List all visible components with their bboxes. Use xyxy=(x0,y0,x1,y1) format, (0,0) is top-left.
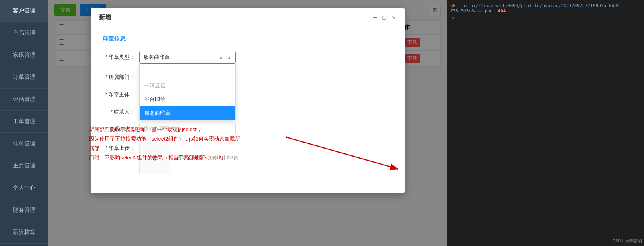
upload-control: + 要求上传图片,文件大小2M内 xyxy=(139,142,276,174)
sidebar-item-order[interactable]: 订单管理 xyxy=(0,66,48,89)
contact-method-control xyxy=(139,123,276,134)
seal-type-select[interactable]: 服务商印章 ▲ xyxy=(139,51,236,64)
dropdown-item-service[interactable]: 服务商印章 xyxy=(140,106,235,120)
modal-body: 印章信息 * 印章类型： 服务商印章 ▲ xyxy=(91,27,405,193)
console-status: 404 xyxy=(498,8,506,14)
main-content: 搜索 + 新增 ⊞ 作 下载 xyxy=(48,0,447,246)
section-title: 印章信息 xyxy=(103,35,393,43)
upload-label: * 印章上传： xyxy=(103,142,139,152)
sidebar-item-product[interactable]: 产品管理 xyxy=(0,22,48,44)
modal: 新增 − □ × 印章信息 xyxy=(91,8,405,193)
contact-method-input[interactable] xyxy=(139,123,236,134)
sidebar-item-schedule[interactable]: 排单管理 xyxy=(0,133,48,155)
contact-method-row: * 联系方式： xyxy=(103,123,393,134)
plus-icon: + xyxy=(152,151,158,164)
sidebar: 客户管理 产品管理 家床管理 订单管理 评估管理 工单管理 排单管理 主页管理 … xyxy=(0,0,48,246)
console-panel: GET http://localhost:8099/profile/avatar… xyxy=(447,0,644,246)
contact-label: * 联系人： xyxy=(103,105,139,116)
console-expand[interactable]: > xyxy=(452,15,641,21)
close-button[interactable]: × xyxy=(391,14,396,21)
modal-title: 新增 xyxy=(99,14,111,21)
seal-type-label: * 印章类型： xyxy=(103,51,139,61)
sidebar-item-profile[interactable]: 个人中心 xyxy=(0,177,48,199)
dropdown-item-platform[interactable]: 平台印章 xyxy=(140,93,235,106)
minimize-button[interactable]: − xyxy=(372,14,377,21)
contact-method-label: * 联系方式： xyxy=(103,123,139,133)
maximize-button[interactable]: □ xyxy=(381,14,387,21)
sidebar-item-finance[interactable]: 财务管理 xyxy=(0,199,48,221)
sidebar-item-personnel[interactable]: 人员管理 xyxy=(0,244,48,246)
upload-row: * 印章上传： + 要求上传图片,文件大小2M内 xyxy=(103,142,393,174)
sidebar-item-homepage[interactable]: 主页管理 xyxy=(0,155,48,177)
console-url[interactable]: http://localhost:8099/profile/avatar/202… xyxy=(450,3,622,14)
modal-header: 新增 − □ × xyxy=(91,8,405,27)
upload-box[interactable]: + xyxy=(139,142,171,174)
sidebar-item-evaluation[interactable]: 评估管理 xyxy=(0,89,48,111)
dropdown-item-yiqing[interactable]: 一清运营 xyxy=(140,79,235,93)
upload-area: + 要求上传图片,文件大小2M内 xyxy=(139,142,276,174)
chevron-up-icon: ▲ xyxy=(219,55,223,60)
watermark: CSDN @博客胡 xyxy=(613,238,642,244)
modal-controls: − □ × xyxy=(372,14,396,21)
seal-type-control: 服务商印章 ▲ 一清运营 xyxy=(139,51,276,64)
seal-type-select-wrapper: 服务商印章 ▲ 一清运营 xyxy=(139,51,236,64)
department-label: * 所属部门： xyxy=(103,71,139,81)
sidebar-item-customer[interactable]: 客户管理 xyxy=(0,0,48,22)
modal-overlay: 新增 − □ × 印章信息 xyxy=(48,0,447,246)
sidebar-item-bed[interactable]: 家床管理 xyxy=(0,44,48,66)
seal-type-row: * 印章类型： 服务商印章 ▲ xyxy=(103,51,393,64)
upload-hint: 要求上传图片,文件大小2M内 xyxy=(177,155,239,161)
console-error-line: GET http://localhost:8099/profile/avatar… xyxy=(450,3,641,14)
dropdown-search-input[interactable] xyxy=(143,66,232,76)
seal-type-dropdown: 一清运营 平台印章 服务商印章 xyxy=(139,64,236,120)
seal-subject-label: * 印章主体： xyxy=(103,88,139,98)
sidebar-item-workorder[interactable]: 工单管理 xyxy=(0,111,48,133)
sidebar-item-salary[interactable]: 薪资核算 xyxy=(0,221,48,244)
dropdown-search-box xyxy=(140,64,235,79)
